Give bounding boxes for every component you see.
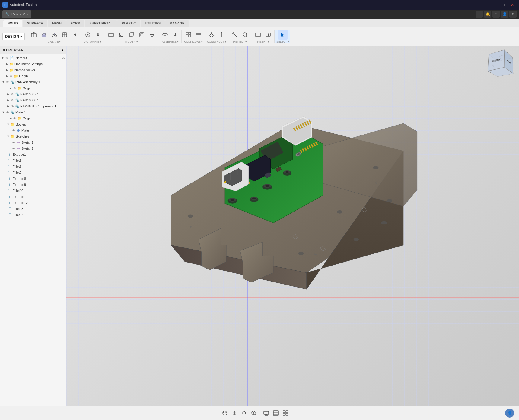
create-box-btn[interactable] bbox=[29, 30, 39, 40]
tree-visibility-icon[interactable]: 👁 bbox=[5, 80, 10, 84]
assemble-joint-btn[interactable] bbox=[160, 30, 170, 40]
tree-visibility-icon[interactable]: 👁 bbox=[9, 74, 13, 78]
nav-zoom-btn[interactable] bbox=[250, 409, 258, 417]
tab-utilities[interactable]: UTILITIES bbox=[141, 20, 165, 27]
insert-canvas-btn[interactable] bbox=[253, 30, 263, 40]
tree-item-fillet6[interactable]: ⌒ Fillet6 bbox=[0, 164, 66, 170]
maximize-button[interactable]: □ bbox=[499, 2, 508, 8]
tree-visibility-icon[interactable]: 👁 bbox=[13, 116, 17, 120]
tab-manage[interactable]: MANAGE bbox=[165, 20, 189, 27]
tree-arrow[interactable]: ▼ bbox=[6, 134, 10, 138]
active-tab[interactable]: 🔧 Plate v3* × bbox=[2, 10, 31, 18]
inspect-more-btn[interactable] bbox=[240, 30, 250, 40]
notifications-button[interactable]: 🔔 bbox=[484, 11, 491, 18]
tree-item-extrude8[interactable]: ⬆ Extrude8 bbox=[0, 176, 66, 182]
tree-item-rak13800[interactable]: ▶ 👁 🔩 RAK13800:1 bbox=[0, 97, 66, 103]
user-avatar[interactable]: 👤 bbox=[505, 409, 514, 418]
tab-sheet-metal[interactable]: SHEET METAL bbox=[85, 20, 117, 27]
tree-item-sketches[interactable]: ▼ 📁 Sketches bbox=[0, 133, 66, 139]
design-dropdown[interactable]: DESIGN ▾ bbox=[2, 33, 25, 40]
insert-decal-btn[interactable] bbox=[263, 30, 273, 40]
browser-options-icon[interactable]: ● bbox=[62, 48, 64, 52]
tree-item-rak-origin[interactable]: ▶ 👁 📁 Origin bbox=[0, 85, 66, 91]
select-btn[interactable] bbox=[278, 30, 288, 40]
automate-more-btn[interactable]: ⬇ bbox=[93, 30, 103, 40]
nav-pan-btn[interactable] bbox=[240, 409, 248, 417]
modify-fillet-btn[interactable] bbox=[116, 30, 126, 40]
tree-item-named-views[interactable]: ▶ 📁 Named Views bbox=[0, 67, 66, 73]
tree-item-extrude1[interactable]: ⬆ Extrude1 bbox=[0, 151, 66, 158]
tree-visibility-icon[interactable]: 👁 bbox=[11, 146, 16, 151]
tree-arrow[interactable]: ▶ bbox=[5, 62, 9, 66]
tree-item-plate-origin[interactable]: ▶ 👁 📁 Origin bbox=[0, 115, 66, 121]
tree-visibility-icon[interactable]: 👁 bbox=[10, 98, 14, 102]
tree-arrow[interactable]: ▶ bbox=[6, 92, 10, 96]
tree-visibility-icon[interactable]: 👁 bbox=[5, 110, 10, 114]
settings-button[interactable]: ⚙ bbox=[509, 11, 517, 18]
tree-item-extrude11[interactable]: ⬆ Extrude11 bbox=[0, 194, 66, 200]
tab-plastic[interactable]: PLASTIC bbox=[117, 20, 140, 27]
modify-press-btn[interactable] bbox=[106, 30, 116, 40]
create-more-btn[interactable] bbox=[70, 30, 80, 40]
configure-btn1[interactable] bbox=[183, 30, 193, 40]
help-button[interactable]: ? bbox=[492, 11, 500, 18]
tree-item-rak19007[interactable]: ▶ 👁 🔩 RAK19007:1 bbox=[0, 91, 66, 97]
tab-close-button[interactable]: × bbox=[27, 13, 28, 16]
tab-mesh[interactable]: MESH bbox=[48, 20, 66, 27]
close-button[interactable]: ✕ bbox=[508, 2, 517, 8]
tree-item-bodies[interactable]: ▼ 📁 Bodies bbox=[0, 121, 66, 127]
tree-arrow[interactable]: ▼ bbox=[1, 56, 5, 60]
construct-axis-btn[interactable] bbox=[217, 30, 227, 40]
inspect-measure-btn[interactable] bbox=[230, 30, 240, 40]
tree-item-fillet7[interactable]: ⌒ Fillet7 bbox=[0, 170, 66, 176]
tree-arrow[interactable]: ▼ bbox=[1, 80, 5, 84]
nav-orbit-btn[interactable] bbox=[221, 409, 229, 417]
nav-look-btn[interactable] bbox=[230, 409, 239, 417]
tree-arrow[interactable]: ▶ bbox=[8, 116, 13, 120]
tree-item-extrude12[interactable]: ⬆ Extrude12 bbox=[0, 200, 66, 206]
tree-visibility-icon[interactable]: 👁 bbox=[11, 128, 16, 132]
tree-arrow[interactable]: ▼ bbox=[1, 110, 5, 114]
construct-plane-btn[interactable] bbox=[207, 30, 216, 40]
tree-item-fillet5[interactable]: ⌒ Fillet5 bbox=[0, 158, 66, 164]
tree-item-rak-assembly[interactable]: ▼ 👁 🔩 RAK Assembly:1 bbox=[0, 79, 66, 85]
automate-btn[interactable] bbox=[83, 30, 93, 40]
add-tab-button[interactable]: + bbox=[476, 11, 483, 18]
create-revolve-btn[interactable] bbox=[49, 30, 59, 40]
tree-item-plate1[interactable]: ▼ 👁 🔩 Plate:1 bbox=[0, 109, 66, 115]
tree-item-rak4631[interactable]: ▶ 👁 🔩 RAK4631_Component:1 bbox=[0, 103, 66, 109]
window-controls[interactable]: ─ □ ✕ bbox=[490, 2, 517, 8]
minimize-button[interactable]: ─ bbox=[490, 2, 498, 8]
tree-visibility-icon[interactable]: 👁 bbox=[10, 92, 14, 96]
tree-arrow[interactable]: ▶ bbox=[6, 98, 10, 102]
modify-shell-btn[interactable] bbox=[137, 30, 147, 40]
create-sweep-btn[interactable] bbox=[60, 30, 69, 40]
tree-item-root[interactable]: ▼ 👁 📄 Plate v3 ⚙ bbox=[0, 55, 66, 61]
tree-arrow[interactable]: ▶ bbox=[5, 74, 9, 78]
user-button[interactable]: 👤 bbox=[501, 11, 508, 18]
tree-item-sketch1[interactable]: 👁 ✏ Sketch1 bbox=[0, 139, 66, 145]
tab-surface[interactable]: SURFACE bbox=[23, 20, 47, 27]
nav-grid-btn[interactable] bbox=[272, 409, 280, 417]
tree-item-origin-root[interactable]: ▶ 👁 📁 Origin bbox=[0, 73, 66, 79]
tree-item-sketch2[interactable]: 👁 ✏ Sketch2 bbox=[0, 145, 66, 151]
tree-arrow[interactable]: ▼ bbox=[6, 122, 10, 126]
tree-visibility-icon[interactable]: 👁 bbox=[5, 56, 9, 60]
tree-visibility-icon[interactable]: 👁 bbox=[11, 140, 16, 145]
viewport[interactable]: ⊞ ⊞ ⊞ TOP FRONT RIGHT LEFT bbox=[66, 46, 519, 406]
tree-item-extrude9[interactable]: ⬆ Extrude9 bbox=[0, 182, 66, 188]
viewcube[interactable]: TOP FRONT RIGHT LEFT bbox=[489, 52, 513, 76]
modify-move-btn[interactable] bbox=[147, 30, 157, 40]
configure-btn2[interactable] bbox=[194, 30, 203, 40]
assemble-more-btn[interactable]: ⬇ bbox=[170, 30, 180, 40]
tree-item-fillet13[interactable]: ⌒ Fillet13 bbox=[0, 206, 66, 212]
tab-form[interactable]: FORM bbox=[66, 20, 84, 27]
browser-collapse-icon[interactable]: ◀ bbox=[2, 48, 5, 52]
nav-viewport-btn[interactable] bbox=[281, 409, 290, 417]
tree-visibility-icon[interactable]: 👁 bbox=[13, 86, 17, 90]
tab-solid[interactable]: SOLID bbox=[3, 20, 22, 27]
tree-visibility-icon[interactable]: 👁 bbox=[10, 104, 14, 108]
tree-settings-icon[interactable]: ⚙ bbox=[62, 56, 65, 60]
tree-item-doc-settings[interactable]: ▶ 📁 Document Settings bbox=[0, 61, 66, 67]
nav-display-btn[interactable] bbox=[262, 409, 270, 417]
